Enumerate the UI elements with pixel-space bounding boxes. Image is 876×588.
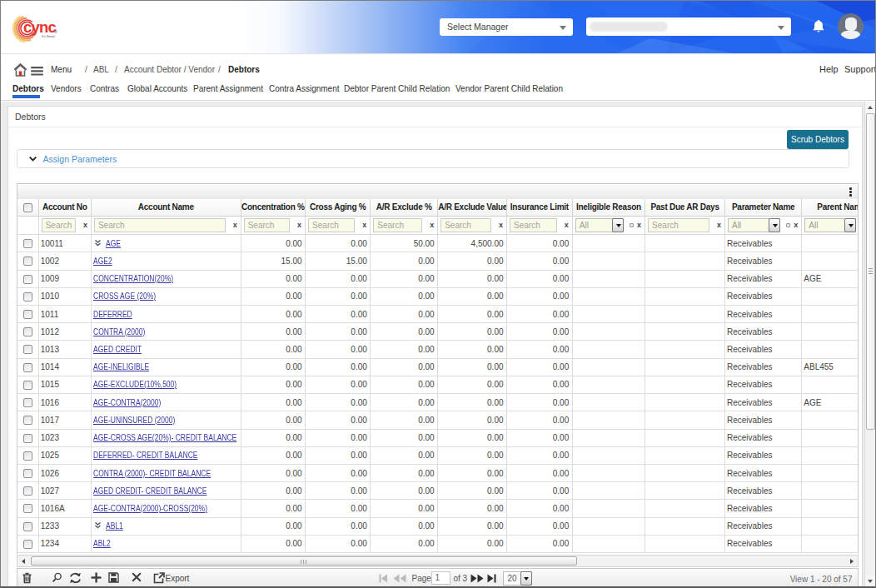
svg-text:cync: cync: [23, 18, 56, 36]
svg-text:It's Smart: It's Smart: [42, 35, 56, 38]
svg-text:®: ®: [54, 29, 57, 34]
